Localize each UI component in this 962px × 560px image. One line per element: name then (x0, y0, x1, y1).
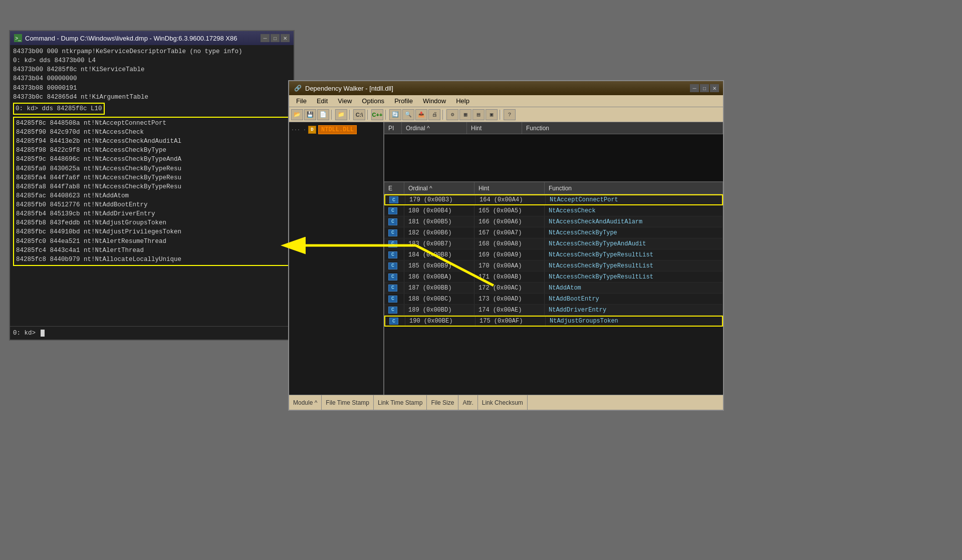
td-e: C (384, 271, 404, 282)
windbg-addr-4: 84285f98 8422c9f8 nt!NtAccessCheckByType (16, 146, 288, 155)
maximize-button[interactable]: □ (271, 34, 280, 42)
windbg-prompt-line: 0: kd> (10, 326, 294, 340)
upper-th-hint: Hint (467, 122, 522, 134)
table-row[interactable]: C 181 (0x00B5) 166 (0x00A6) NtAccessChec… (384, 216, 723, 227)
dw-maximize-button[interactable]: □ (700, 84, 709, 92)
toolbar-new[interactable]: 📄 (317, 109, 329, 120)
table-row[interactable]: C 188 (0x00BC) 173 (0x00AD) NtAddBootEnt… (384, 294, 723, 305)
c-badge: C (388, 240, 397, 247)
td-hint: 175 (0x00AF) (475, 317, 546, 326)
menu-edit[interactable]: Edit (312, 96, 333, 106)
lower-th-ordinal: Ordinal ^ (404, 182, 474, 194)
windbg-line-3: 84373b00 84285f8c nt!KiServiceTable (13, 65, 291, 74)
depwalker-main-area: ··· · D NTDLL.DLL PI Ordinal ^ Hint Func… (289, 122, 723, 410)
windbg-line-6: 84373b0c 842865d4 nt!KiArgumentTable (13, 93, 291, 102)
td-ordinal: 181 (0x00B5) (404, 216, 474, 227)
toolbar-view2[interactable]: ▤ (472, 109, 485, 120)
td-e: C (384, 238, 404, 249)
dw-close-button[interactable]: ✕ (710, 84, 719, 92)
windbg-addr-13: 84285fbc 844910bd nt!NtAdjustPrivilegesT… (16, 227, 288, 236)
windbg-addr-9: 84285fac 84408623 nt!NtAddAtom (16, 191, 288, 200)
td-e: C (384, 260, 404, 271)
table-row[interactable]: C 184 (0x00B8) 169 (0x00A9) NtAccessChec… (384, 249, 723, 260)
table-row[interactable]: C 183 (0x00B7) 168 (0x00A8) NtAccessChec… (384, 238, 723, 249)
dll-name-label: NTDLL.DLL (318, 125, 357, 134)
windbg-address-block: 84285f8c 8448508a nt!NtAcceptConnectPort… (13, 117, 291, 266)
td-hint: 169 (0x00A9) (474, 249, 545, 260)
td-hint: 172 (0x00AC) (474, 283, 545, 293)
c-badge: C (389, 196, 398, 203)
td-ordinal: 188 (0x00BC) (404, 294, 474, 304)
menu-file[interactable]: File (291, 96, 312, 106)
c-badge: C (388, 262, 397, 269)
td-hint: 173 (0x00AD) (474, 294, 545, 304)
depwalker-icon: 🔗 (293, 84, 302, 93)
toolbar-cdrive[interactable]: C:\ (353, 109, 365, 120)
td-function: NtAccessCheckByTypeResultList (545, 271, 723, 282)
td-function: NtAcceptConnectPort (546, 195, 722, 204)
depwalker-title: Dependency Walker - [ntdll.dll] (305, 85, 393, 92)
status-file-size: File Size (427, 395, 458, 410)
upper-table-header: PI Ordinal ^ Hint Function (384, 122, 723, 134)
windbg-addr-7: 84285fa4 844f7a6f nt!NtAccessCheckByType… (16, 173, 288, 182)
menu-window[interactable]: Window (418, 96, 451, 106)
windbg-window[interactable]: >_ Command - Dump C:\Windows\livekd.dmp … (9, 30, 295, 341)
menu-profile[interactable]: Profile (389, 96, 418, 106)
td-function: NtAddAtom (545, 283, 723, 293)
depwalker-title-controls: ─ □ ✕ (690, 84, 719, 92)
minimize-button[interactable]: ─ (261, 34, 270, 42)
windbg-titlebar: >_ Command - Dump C:\Windows\livekd.dmp … (10, 31, 294, 45)
windbg-addr-10: 84285fb0 84512776 nt!NtAddBootEntry (16, 200, 288, 209)
windbg-line-2: 0: kd> dds 84373b00 L4 (13, 56, 291, 65)
toolbar-settings[interactable]: ⚙ (446, 109, 458, 120)
table-row[interactable]: C 189 (0x00BD) 174 (0x00AE) NtAddDriverE… (384, 305, 723, 316)
table-row[interactable]: C 179 (0x00B3) 164 (0x00A4) NtAcceptConn… (384, 194, 723, 205)
windbg-addr-11: 84285fb4 845139cb nt!NtAddDriverEntry (16, 209, 288, 218)
table-row[interactable]: C 185 (0x00B9) 170 (0x00AA) NtAccessChec… (384, 260, 723, 271)
toolbar-refresh[interactable]: 🔄 (389, 109, 401, 120)
table-row[interactable]: C 186 (0x00BA) 171 (0x00AB) NtAccessChec… (384, 271, 723, 283)
lower-th-e: E (384, 182, 404, 194)
toolbar-sep6 (500, 110, 502, 120)
table-row[interactable]: C 180 (0x00B4) 165 (0x00A5) NtAccessChec… (384, 205, 723, 216)
td-ordinal: 182 (0x00B6) (404, 227, 474, 238)
toolbar-sep4 (385, 110, 387, 120)
lower-th-function: Function (545, 182, 723, 194)
toolbar-view3[interactable]: ▣ (486, 109, 498, 120)
toolbar-view1[interactable]: ▦ (459, 109, 471, 120)
menu-options[interactable]: Options (357, 96, 389, 106)
toolbar-print[interactable]: 🖨 (428, 109, 440, 120)
windbg-line-1: 84373b00 000 ntkrpamp!KeServiceDescripto… (13, 47, 291, 56)
toolbar-open[interactable]: 📂 (291, 109, 303, 120)
close-button[interactable]: ✕ (281, 34, 290, 42)
td-ordinal: 180 (0x00B4) (404, 205, 474, 216)
toolbar-cpp[interactable]: C++ (371, 109, 383, 120)
menu-help[interactable]: Help (451, 96, 474, 106)
td-ordinal: 183 (0x00B7) (404, 238, 474, 249)
c-badge: C (388, 218, 397, 225)
td-ordinal: 184 (0x00B8) (404, 249, 474, 260)
status-attr: Attr. (458, 395, 477, 410)
windbg-addr-3: 84285f94 84413e2b nt!NtAccessCheckAndAud… (16, 137, 288, 146)
depwalker-window[interactable]: 🔗 Dependency Walker - [ntdll.dll] ─ □ ✕ … (288, 80, 724, 411)
td-ordinal: 189 (0x00BD) (404, 305, 474, 315)
td-e: C (384, 205, 404, 216)
td-hint: 166 (0x00A6) (474, 216, 545, 227)
toolbar-folder[interactable]: 📁 (335, 109, 347, 120)
menu-view[interactable]: View (333, 96, 357, 106)
table-row[interactable]: C 182 (0x00B6) 167 (0x00A7) NtAccessChec… (384, 227, 723, 238)
table-row[interactable]: C 190 (0x00BE) 175 (0x00AF) NtAdjustGrou… (384, 316, 723, 327)
depwalker-menubar: File Edit View Options Profile Window He… (289, 95, 723, 107)
toolbar-search[interactable]: 🔍 (402, 109, 414, 120)
windbg-addr-16: 84285fc8 8440b979 nt!NtAllocateLocallyUn… (16, 255, 288, 264)
dll-tree-item[interactable]: ··· · D NTDLL.DLL (289, 122, 383, 137)
windbg-prompt-text: 0: kd> (13, 330, 36, 337)
dw-minimize-button[interactable]: ─ (690, 84, 699, 92)
td-function: NtAddBootEntry (545, 294, 723, 304)
toolbar-export[interactable]: 📤 (415, 109, 427, 120)
lower-table-body: C 179 (0x00B3) 164 (0x00A4) NtAcceptConn… (384, 194, 723, 410)
windbg-cursor (41, 330, 45, 337)
toolbar-help[interactable]: ? (504, 109, 516, 120)
table-row[interactable]: C 187 (0x00BB) 172 (0x00AC) NtAddAtom (384, 283, 723, 294)
toolbar-save[interactable]: 💾 (304, 109, 316, 120)
